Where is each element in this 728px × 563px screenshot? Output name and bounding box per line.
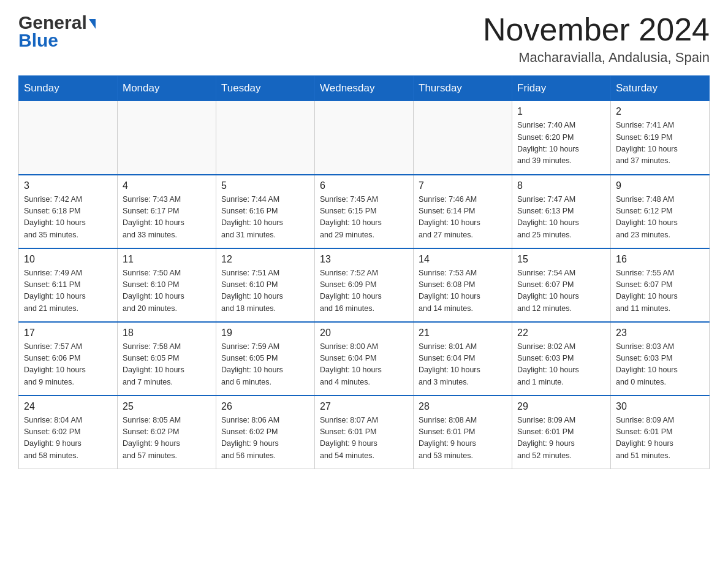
- day-number: 9: [616, 180, 704, 191]
- day-number: 4: [123, 180, 211, 191]
- table-row: 27Sunrise: 8:07 AMSunset: 6:01 PMDayligh…: [315, 396, 414, 469]
- day-info: Sunrise: 7:53 AMSunset: 6:08 PMDaylight:…: [419, 267, 507, 315]
- day-number: 24: [24, 401, 112, 412]
- table-row: [414, 101, 512, 175]
- table-row: [118, 101, 216, 175]
- table-row: 14Sunrise: 7:53 AMSunset: 6:08 PMDayligh…: [414, 248, 512, 322]
- table-row: [315, 101, 414, 175]
- day-number: 15: [517, 254, 605, 265]
- day-info: Sunrise: 8:04 AMSunset: 6:02 PMDaylight:…: [24, 415, 112, 462]
- table-row: 11Sunrise: 7:50 AMSunset: 6:10 PMDayligh…: [118, 248, 216, 322]
- calendar-week-row: 3Sunrise: 7:42 AMSunset: 6:18 PMDaylight…: [19, 175, 710, 248]
- day-number: 18: [123, 327, 211, 339]
- day-info: Sunrise: 7:48 AMSunset: 6:12 PMDaylight:…: [616, 194, 704, 242]
- day-info: Sunrise: 7:59 AMSunset: 6:05 PMDaylight:…: [221, 341, 309, 389]
- day-number: 25: [123, 401, 211, 412]
- day-info: Sunrise: 8:02 AMSunset: 6:03 PMDaylight:…: [517, 341, 605, 389]
- table-row: 30Sunrise: 8:09 AMSunset: 6:01 PMDayligh…: [611, 396, 710, 469]
- day-number: 13: [320, 254, 408, 265]
- table-row: 10Sunrise: 7:49 AMSunset: 6:11 PMDayligh…: [19, 248, 118, 322]
- day-number: 3: [24, 180, 112, 191]
- calendar-title-area: November 2024 Macharavialla, Andalusia, …: [483, 12, 710, 66]
- day-info: Sunrise: 7:40 AMSunset: 6:20 PMDaylight:…: [517, 120, 605, 167]
- day-info: Sunrise: 7:52 AMSunset: 6:09 PMDaylight:…: [320, 267, 408, 315]
- calendar-location: Macharavialla, Andalusia, Spain: [483, 50, 710, 66]
- table-row: 9Sunrise: 7:48 AMSunset: 6:12 PMDaylight…: [611, 175, 710, 248]
- day-number: 22: [517, 327, 605, 339]
- day-info: Sunrise: 8:07 AMSunset: 6:01 PMDaylight:…: [320, 415, 408, 462]
- day-info: Sunrise: 7:55 AMSunset: 6:07 PMDaylight:…: [616, 267, 704, 315]
- day-info: Sunrise: 8:09 AMSunset: 6:01 PMDaylight:…: [616, 415, 704, 462]
- day-info: Sunrise: 7:42 AMSunset: 6:18 PMDaylight:…: [24, 194, 112, 242]
- day-info: Sunrise: 7:46 AMSunset: 6:14 PMDaylight:…: [419, 194, 507, 242]
- day-info: Sunrise: 8:03 AMSunset: 6:03 PMDaylight:…: [616, 341, 704, 389]
- day-number: 16: [616, 254, 704, 265]
- day-info: Sunrise: 8:05 AMSunset: 6:02 PMDaylight:…: [123, 415, 211, 462]
- col-saturday: Saturday: [611, 76, 710, 101]
- table-row: 7Sunrise: 7:46 AMSunset: 6:14 PMDaylight…: [414, 175, 512, 248]
- table-row: 26Sunrise: 8:06 AMSunset: 6:02 PMDayligh…: [216, 396, 315, 469]
- table-row: 18Sunrise: 7:58 AMSunset: 6:05 PMDayligh…: [118, 322, 216, 396]
- table-row: 1Sunrise: 7:40 AMSunset: 6:20 PMDaylight…: [512, 101, 611, 175]
- day-number: 12: [221, 254, 309, 265]
- table-row: 20Sunrise: 8:00 AMSunset: 6:04 PMDayligh…: [315, 322, 414, 396]
- table-row: 6Sunrise: 7:45 AMSunset: 6:15 PMDaylight…: [315, 175, 414, 248]
- table-row: 17Sunrise: 7:57 AMSunset: 6:06 PMDayligh…: [19, 322, 118, 396]
- day-number: 21: [419, 327, 507, 339]
- day-number: 11: [123, 254, 211, 265]
- day-info: Sunrise: 8:08 AMSunset: 6:01 PMDaylight:…: [419, 415, 507, 462]
- table-row: 23Sunrise: 8:03 AMSunset: 6:03 PMDayligh…: [611, 322, 710, 396]
- table-row: 19Sunrise: 7:59 AMSunset: 6:05 PMDayligh…: [216, 322, 315, 396]
- table-row: 5Sunrise: 7:44 AMSunset: 6:16 PMDaylight…: [216, 175, 315, 248]
- day-number: 14: [419, 254, 507, 265]
- col-sunday: Sunday: [19, 76, 118, 101]
- table-row: 24Sunrise: 8:04 AMSunset: 6:02 PMDayligh…: [19, 396, 118, 469]
- col-thursday: Thursday: [414, 76, 512, 101]
- table-row: 8Sunrise: 7:47 AMSunset: 6:13 PMDaylight…: [512, 175, 611, 248]
- day-info: Sunrise: 7:58 AMSunset: 6:05 PMDaylight:…: [123, 341, 211, 389]
- day-info: Sunrise: 8:01 AMSunset: 6:04 PMDaylight:…: [419, 341, 507, 389]
- table-row: 12Sunrise: 7:51 AMSunset: 6:10 PMDayligh…: [216, 248, 315, 322]
- calendar-week-row: 17Sunrise: 7:57 AMSunset: 6:06 PMDayligh…: [19, 322, 710, 396]
- table-row: 21Sunrise: 8:01 AMSunset: 6:04 PMDayligh…: [414, 322, 512, 396]
- calendar-table: Sunday Monday Tuesday Wednesday Thursday…: [18, 75, 710, 469]
- table-row: 13Sunrise: 7:52 AMSunset: 6:09 PMDayligh…: [315, 248, 414, 322]
- table-row: 2Sunrise: 7:41 AMSunset: 6:19 PMDaylight…: [611, 101, 710, 175]
- day-info: Sunrise: 7:43 AMSunset: 6:17 PMDaylight:…: [123, 194, 211, 242]
- table-row: 16Sunrise: 7:55 AMSunset: 6:07 PMDayligh…: [611, 248, 710, 322]
- day-number: 20: [320, 327, 408, 339]
- table-row: 29Sunrise: 8:09 AMSunset: 6:01 PMDayligh…: [512, 396, 611, 469]
- calendar-week-row: 24Sunrise: 8:04 AMSunset: 6:02 PMDayligh…: [19, 396, 710, 469]
- day-info: Sunrise: 8:09 AMSunset: 6:01 PMDaylight:…: [517, 415, 605, 462]
- day-info: Sunrise: 7:54 AMSunset: 6:07 PMDaylight:…: [517, 267, 605, 315]
- page-header: General Blue November 2024 Macharavialla…: [18, 12, 710, 66]
- day-number: 19: [221, 327, 309, 339]
- day-info: Sunrise: 7:41 AMSunset: 6:19 PMDaylight:…: [616, 120, 704, 167]
- day-number: 1: [517, 106, 605, 117]
- day-number: 8: [517, 180, 605, 191]
- logo-blue: Blue: [18, 30, 58, 51]
- day-info: Sunrise: 7:44 AMSunset: 6:16 PMDaylight:…: [221, 194, 309, 242]
- day-info: Sunrise: 7:57 AMSunset: 6:06 PMDaylight:…: [24, 341, 112, 389]
- day-info: Sunrise: 8:00 AMSunset: 6:04 PMDaylight:…: [320, 341, 408, 389]
- day-number: 30: [616, 401, 704, 412]
- calendar-month-title: November 2024: [483, 12, 710, 47]
- day-info: Sunrise: 7:51 AMSunset: 6:10 PMDaylight:…: [221, 267, 309, 315]
- day-number: 17: [24, 327, 112, 339]
- day-number: 26: [221, 401, 309, 412]
- logo: General Blue: [18, 12, 96, 51]
- day-number: 23: [616, 327, 704, 339]
- table-row: 28Sunrise: 8:08 AMSunset: 6:01 PMDayligh…: [414, 396, 512, 469]
- calendar-week-row: 1Sunrise: 7:40 AMSunset: 6:20 PMDaylight…: [19, 101, 710, 175]
- calendar-header-row: Sunday Monday Tuesday Wednesday Thursday…: [19, 76, 710, 101]
- day-info: Sunrise: 8:06 AMSunset: 6:02 PMDaylight:…: [221, 415, 309, 462]
- col-tuesday: Tuesday: [216, 76, 315, 101]
- day-number: 2: [616, 106, 704, 117]
- table-row: 4Sunrise: 7:43 AMSunset: 6:17 PMDaylight…: [118, 175, 216, 248]
- day-number: 7: [419, 180, 507, 191]
- day-info: Sunrise: 7:50 AMSunset: 6:10 PMDaylight:…: [123, 267, 211, 315]
- day-number: 6: [320, 180, 408, 191]
- table-row: 25Sunrise: 8:05 AMSunset: 6:02 PMDayligh…: [118, 396, 216, 469]
- day-info: Sunrise: 7:49 AMSunset: 6:11 PMDaylight:…: [24, 267, 112, 315]
- day-info: Sunrise: 7:47 AMSunset: 6:13 PMDaylight:…: [517, 194, 605, 242]
